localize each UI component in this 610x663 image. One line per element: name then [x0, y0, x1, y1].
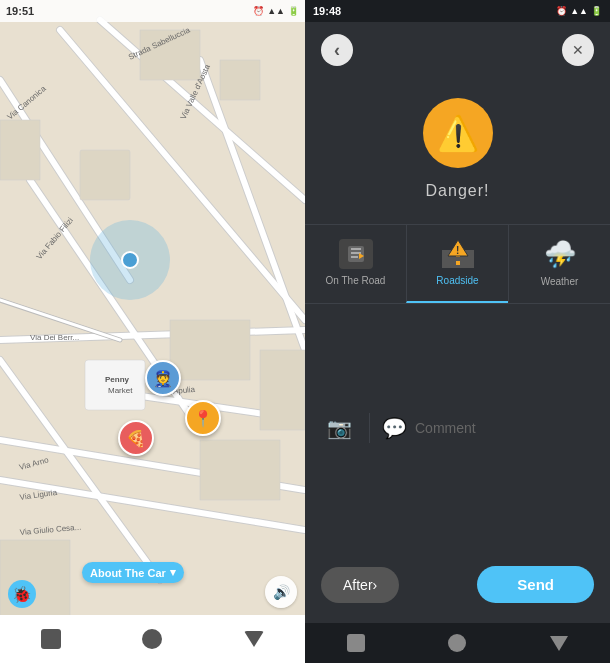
- sound-button[interactable]: 🔊: [265, 576, 297, 608]
- back-icon: ‹: [334, 40, 340, 61]
- comment-divider: [369, 413, 370, 443]
- tab-roadside-label: Roadside: [436, 275, 478, 286]
- status-icons-left: ⏰ ▲▲ 🔋: [253, 6, 299, 16]
- weather-icon: ⛈️: [544, 239, 576, 270]
- comment-input-area[interactable]: 💬 Comment: [382, 416, 476, 440]
- sound-icon: 🔊: [273, 584, 290, 600]
- comment-bubble-icon: 💬: [382, 416, 407, 440]
- svg-rect-9: [260, 350, 305, 430]
- svg-rect-3: [0, 120, 40, 180]
- battery-icon: 🔋: [288, 6, 299, 16]
- logo-icon: 🐞: [12, 585, 32, 604]
- pin-icon: 📍: [185, 400, 221, 436]
- nav-triangle-left[interactable]: [244, 631, 264, 647]
- user-location: [90, 220, 170, 300]
- orange-marker[interactable]: 📍: [185, 400, 221, 436]
- report-panel: 19:48 ⏰ ▲▲ 🔋 ‹ ✕ ⚠️ Danger!: [305, 0, 610, 663]
- danger-title: Danger!: [426, 182, 490, 200]
- send-button[interactable]: Send: [477, 566, 594, 603]
- battery-icon-right: 🔋: [591, 6, 602, 16]
- time-left: 19:51: [6, 5, 34, 17]
- panel-header: ‹ ✕: [305, 22, 610, 78]
- time-right: 19:48: [313, 5, 341, 17]
- nav-circle-left[interactable]: [142, 629, 162, 649]
- tab-on-road-label: On The Road: [326, 275, 386, 286]
- wifi-icon-right: ▲▲: [570, 6, 588, 16]
- camera-button[interactable]: 📷: [321, 410, 357, 446]
- nav-triangle-right[interactable]: [550, 636, 568, 651]
- svg-rect-11: [200, 440, 280, 500]
- location-accuracy-circle: [90, 220, 170, 300]
- warning-icon: ⚠️: [437, 113, 479, 153]
- svg-rect-5: [85, 360, 145, 410]
- status-bar-left: 19:51 ⏰ ▲▲ 🔋: [0, 0, 305, 22]
- nav-square-right[interactable]: [347, 634, 365, 652]
- waze-logo[interactable]: 🐞: [8, 580, 36, 608]
- tab-weather[interactable]: ⛈️ Weather: [508, 225, 610, 303]
- map-panel: 19:51 ⏰ ▲▲ 🔋: [0, 0, 305, 663]
- tab-weather-label: Weather: [541, 276, 579, 287]
- danger-icon-circle: ⚠️: [423, 98, 493, 168]
- close-button[interactable]: ✕: [562, 34, 594, 66]
- svg-rect-22: [351, 248, 361, 250]
- about-car-text: About The Car: [90, 567, 166, 579]
- after-button[interactable]: After›: [321, 567, 399, 603]
- alarm-icon-right: ⏰: [556, 6, 567, 16]
- about-car-label[interactable]: About The Car ▾: [82, 562, 184, 583]
- food-marker[interactable]: 🍕: [118, 420, 154, 456]
- close-icon: ✕: [572, 42, 584, 58]
- on-road-icon: [339, 239, 373, 269]
- svg-rect-10: [0, 540, 70, 620]
- svg-rect-8: [170, 320, 250, 380]
- svg-text:Penny: Penny: [105, 375, 130, 384]
- tab-roadside[interactable]: ! Roadside: [406, 225, 508, 303]
- svg-rect-28: [456, 261, 460, 265]
- wifi-icon: ▲▲: [267, 6, 285, 16]
- chevron-down-icon: ▾: [170, 566, 176, 579]
- alarm-icon: ⏰: [253, 6, 264, 16]
- food-icon: 🍕: [118, 420, 154, 456]
- svg-text:Market: Market: [108, 386, 133, 395]
- status-icons-right: ⏰ ▲▲ 🔋: [556, 6, 602, 16]
- tab-on-road[interactable]: On The Road: [305, 225, 406, 303]
- svg-text:!: !: [456, 245, 459, 256]
- back-button[interactable]: ‹: [321, 34, 353, 66]
- bottom-actions: After› Send: [305, 552, 610, 623]
- nav-square-left[interactable]: [41, 629, 61, 649]
- svg-text:Via Dei Berr...: Via Dei Berr...: [30, 333, 79, 342]
- danger-section: ⚠️ Danger!: [305, 78, 610, 224]
- location-dot: [121, 251, 139, 269]
- svg-rect-24: [351, 256, 358, 258]
- roadside-icon: !: [441, 239, 475, 269]
- comment-placeholder-text: Comment: [415, 420, 476, 436]
- svg-rect-4: [80, 150, 130, 200]
- nav-circle-right[interactable]: [448, 634, 466, 652]
- police-marker[interactable]: 👮: [145, 360, 181, 396]
- category-tabs: On The Road ! Roadside ⛈️: [305, 225, 610, 303]
- status-bar-right: 19:48 ⏰ ▲▲ 🔋: [305, 0, 610, 22]
- bottom-nav-right: [305, 623, 610, 663]
- bottom-nav-left: [0, 615, 305, 663]
- police-icon: 👮: [145, 360, 181, 396]
- svg-rect-2: [220, 60, 260, 100]
- comment-section: 📷 💬 Comment: [305, 304, 610, 552]
- camera-icon: 📷: [327, 416, 352, 440]
